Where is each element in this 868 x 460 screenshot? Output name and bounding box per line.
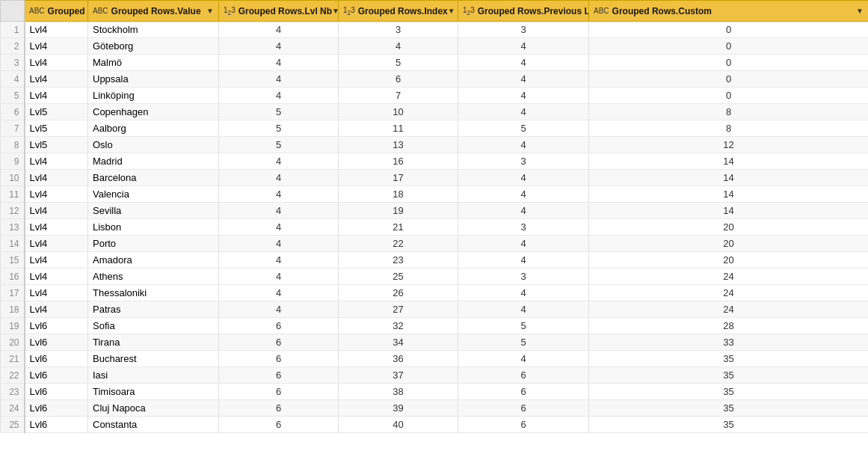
col-header-attr[interactable]: ABC Grouped Rows.Attribute ▼: [25, 1, 88, 22]
cell-lvlnb: 4: [219, 252, 339, 269]
cell-value: Göteborg: [88, 38, 219, 55]
cell-index: 26: [339, 285, 458, 301]
cell-custom: 8: [589, 120, 869, 137]
row-number: 10: [1, 170, 25, 186]
col-header-rownum: [1, 1, 25, 22]
cell-index: 32: [339, 318, 458, 334]
cell-custom: 8: [589, 104, 869, 120]
row-number: 5: [1, 88, 25, 104]
cell-prevlvl: 4: [458, 88, 589, 104]
row-number: 12: [1, 203, 25, 219]
table-row: 21Lvl6Bucharest636435: [1, 351, 869, 367]
cell-lvlnb: 5: [219, 137, 339, 153]
cell-custom: 0: [589, 55, 869, 71]
table-row: 14Lvl4Porto422420: [1, 236, 869, 252]
table-row: 17Lvl4Thessaloniki426424: [1, 285, 869, 301]
col-header-prevlvl[interactable]: 123 Grouped Rows.Previous Lvl ▼: [458, 1, 589, 22]
cell-prevlvl: 6: [458, 367, 589, 384]
cell-attr: Lvl4: [25, 236, 88, 252]
cell-value: Linköping: [88, 88, 219, 104]
cell-prevlvl: 3: [458, 269, 589, 285]
cell-index: 16: [339, 153, 458, 170]
col-custom-label: Grouped Rows.Custom: [612, 6, 712, 16]
cell-custom: 24: [589, 285, 869, 301]
cell-lvlnb: 4: [219, 153, 339, 170]
cell-custom: 12: [589, 137, 869, 153]
table-row: 24Lvl6Cluj Napoca639635: [1, 400, 869, 417]
cell-attr: Lvl4: [25, 203, 88, 219]
cell-attr: Lvl6: [25, 351, 88, 367]
table-row: 3Lvl4Malmö4540: [1, 55, 869, 71]
cell-index: 7: [339, 88, 458, 104]
cell-value: Copenhagen: [88, 104, 219, 120]
col-lvlnb-label: Grouped Rows.Lvl Nb: [238, 6, 332, 16]
cell-value: Stockholm: [88, 22, 219, 38]
cell-lvlnb: 4: [219, 22, 339, 38]
cell-index: 13: [339, 137, 458, 153]
table-row: 13Lvl4Lisbon421320: [1, 219, 869, 236]
cell-value: Iasi: [88, 367, 219, 384]
cell-index: 38: [339, 384, 458, 400]
cell-index: 4: [339, 38, 458, 55]
table-row: 9Lvl4Madrid416314: [1, 153, 869, 170]
cell-index: 19: [339, 203, 458, 219]
cell-custom: 20: [589, 236, 869, 252]
col-header-lvlnb[interactable]: 123 Grouped Rows.Lvl Nb ▼: [219, 1, 339, 22]
cell-custom: 24: [589, 301, 869, 318]
cell-lvlnb: 5: [219, 104, 339, 120]
index-dropdown-icon[interactable]: ▼: [448, 7, 455, 15]
col-header-index[interactable]: 123 Grouped Rows.Index ▼: [339, 1, 458, 22]
cell-prevlvl: 4: [458, 203, 589, 219]
cell-lvlnb: 4: [219, 71, 339, 88]
lvlnb-dropdown-icon[interactable]: ▼: [332, 7, 338, 15]
cell-value: Valencia: [88, 186, 219, 203]
col-attr-label: Grouped Rows.Attribute: [48, 6, 88, 16]
cell-lvlnb: 6: [219, 400, 339, 417]
cell-lvlnb: 4: [219, 236, 339, 252]
cell-lvlnb: 6: [219, 367, 339, 384]
cell-prevlvl: 4: [458, 170, 589, 186]
value-dropdown-icon[interactable]: ▼: [206, 7, 214, 15]
cell-lvlnb: 6: [219, 334, 339, 351]
row-number: 11: [1, 186, 25, 203]
table-row: 19Lvl6Sofia632528: [1, 318, 869, 334]
row-number: 25: [1, 417, 25, 433]
table-row: 12Lvl4Sevilla419414: [1, 203, 869, 219]
col-header-value[interactable]: ABC Grouped Rows.Value ▼: [88, 1, 219, 22]
cell-prevlvl: 4: [458, 285, 589, 301]
cell-value: Sevilla: [88, 203, 219, 219]
row-number: 7: [1, 120, 25, 137]
cell-custom: 14: [589, 153, 869, 170]
cell-value: Athens: [88, 269, 219, 285]
col-header-custom[interactable]: ABC Grouped Rows.Custom ▼: [589, 1, 869, 22]
cell-attr: Lvl4: [25, 22, 88, 38]
table-row: 8Lvl5Oslo513412: [1, 137, 869, 153]
cell-attr: Lvl6: [25, 417, 88, 433]
row-number: 13: [1, 219, 25, 236]
table-row: 25Lvl6Constanta640635: [1, 417, 869, 433]
cell-lvlnb: 4: [219, 219, 339, 236]
cell-value: Lisbon: [88, 219, 219, 236]
cell-value: Uppsala: [88, 71, 219, 88]
row-number: 6: [1, 104, 25, 120]
custom-dropdown-icon[interactable]: ▼: [856, 7, 864, 15]
cell-attr: Lvl6: [25, 400, 88, 417]
row-number: 14: [1, 236, 25, 252]
cell-custom: 35: [589, 351, 869, 367]
cell-value: Porto: [88, 236, 219, 252]
table-body: 1Lvl4Stockholm43302Lvl4Göteborg44403Lvl4…: [1, 22, 869, 433]
lvlnb-type-icon: 123: [224, 6, 236, 16]
cell-prevlvl: 4: [458, 38, 589, 55]
cell-attr: Lvl4: [25, 219, 88, 236]
cell-value: Bucharest: [88, 351, 219, 367]
row-number: 21: [1, 351, 25, 367]
row-number: 9: [1, 153, 25, 170]
cell-index: 21: [339, 219, 458, 236]
table-row: 20Lvl6Tirana634533: [1, 334, 869, 351]
cell-custom: 35: [589, 400, 869, 417]
cell-lvlnb: 6: [219, 318, 339, 334]
cell-lvlnb: 4: [219, 285, 339, 301]
table-container: ABC Grouped Rows.Attribute ▼ ABC Grouped…: [0, 0, 868, 460]
col-prevlvl-label: Grouped Rows.Previous Lvl: [478, 6, 589, 16]
row-number: 17: [1, 285, 25, 301]
